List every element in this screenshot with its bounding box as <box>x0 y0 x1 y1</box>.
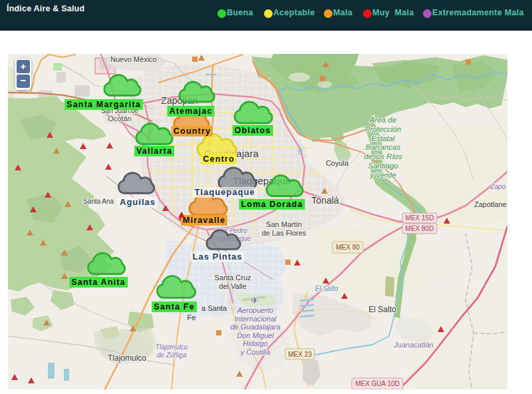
svg-text:del Valle: del Valle <box>219 282 246 290</box>
svg-text:y Verde: y Verde <box>369 171 396 179</box>
svg-text:Hidalgo: Hidalgo <box>243 339 267 347</box>
svg-text:Coyula: Coyula <box>326 159 349 167</box>
svg-text:Santa Ana: Santa Ana <box>83 198 114 205</box>
svg-text:Tlajomulco: Tlajomulco <box>156 343 188 351</box>
svg-text:Ocotán: Ocotán <box>108 114 131 122</box>
svg-text:de Las Flores: de Las Flores <box>262 229 307 237</box>
svg-text:Fe: Fe <box>188 313 196 321</box>
svg-text:Santa Cruz: Santa Cruz <box>214 274 251 282</box>
svg-text:de los Ríos: de los Ríos <box>364 152 402 160</box>
svg-text:✈: ✈ <box>251 296 259 305</box>
svg-text:San Martín: San Martín <box>266 220 302 228</box>
svg-text:y Costilla: y Costilla <box>240 348 271 356</box>
svg-text:MEX 80D: MEX 80D <box>406 225 434 232</box>
svg-text:Área de: Área de <box>369 116 396 124</box>
svg-text:MEX 80: MEX 80 <box>336 244 360 251</box>
svg-text:Don Miguel: Don Miguel <box>237 331 274 339</box>
svg-text:Tonalá: Tonalá <box>311 195 338 206</box>
svg-text:MEX 23: MEX 23 <box>288 351 312 358</box>
svg-text:Juanacatlán: Juanacatlán <box>393 341 433 349</box>
svg-text:Barrancas: Barrancas <box>366 143 401 151</box>
svg-text:MEX 15D: MEX 15D <box>406 214 434 222</box>
svg-text:Aeropuerto: Aeropuerto <box>237 306 273 314</box>
svg-text:Nuevo México: Nuevo México <box>110 55 157 63</box>
svg-text:de Guadalajara: de Guadalajara <box>230 323 280 331</box>
svg-text:Internacional: Internacional <box>235 315 277 323</box>
svg-text:Estatal: Estatal <box>371 134 395 142</box>
svg-text:Santiago: Santiago <box>368 162 398 170</box>
svg-text:El Salto: El Salto <box>368 305 396 314</box>
svg-text:Zapo: Zapo <box>490 183 506 190</box>
svg-text:Tlajomulco: Tlajomulco <box>108 353 146 363</box>
svg-text:a Santa: a Santa <box>201 304 227 312</box>
svg-text:Protección: Protección <box>365 125 401 133</box>
svg-text:de Zúñiga: de Zúñiga <box>157 351 187 359</box>
svg-text:El Salto: El Salto <box>315 285 338 292</box>
svg-text:MEX GUA 10D: MEX GUA 10D <box>355 380 400 387</box>
svg-text:Zapotlane: Zapotlane <box>474 200 507 208</box>
